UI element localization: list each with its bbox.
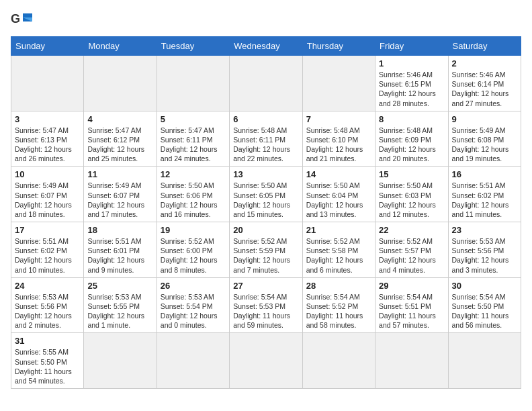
day-number: 24 [15, 281, 80, 291]
calendar-week-row: 1Sunrise: 5:46 AM Sunset: 6:15 PM Daylig… [11, 56, 521, 111]
calendar-table: SundayMondayTuesdayWednesdayThursdayFrid… [11, 36, 521, 389]
day-number: 4 [87, 114, 152, 124]
calendar-day-cell: 16Sunrise: 5:51 AM Sunset: 6:02 PM Dayli… [448, 167, 521, 222]
day-info: Sunrise: 5:51 AM Sunset: 6:02 PM Dayligh… [15, 236, 80, 275]
calendar-day-cell [375, 333, 448, 389]
weekday-header: Monday [84, 37, 157, 56]
day-info: Sunrise: 5:46 AM Sunset: 6:14 PM Dayligh… [452, 70, 517, 108]
calendar-day-cell [230, 333, 302, 389]
day-info: Sunrise: 5:52 AM Sunset: 5:57 PM Dayligh… [379, 236, 444, 275]
calendar-day-cell: 27Sunrise: 5:54 AM Sunset: 5:53 PM Dayli… [230, 277, 302, 333]
day-info: Sunrise: 5:46 AM Sunset: 6:15 PM Dayligh… [379, 70, 444, 108]
calendar-day-cell: 4Sunrise: 5:47 AM Sunset: 6:12 PM Daylig… [84, 111, 157, 167]
calendar-day-cell: 3Sunrise: 5:47 AM Sunset: 6:13 PM Daylig… [11, 111, 84, 167]
calendar-day-cell: 29Sunrise: 5:54 AM Sunset: 5:51 PM Dayli… [375, 277, 448, 333]
day-info: Sunrise: 5:48 AM Sunset: 6:09 PM Dayligh… [379, 126, 444, 164]
weekday-header: Tuesday [157, 37, 229, 56]
day-info: Sunrise: 5:51 AM Sunset: 6:01 PM Dayligh… [87, 236, 152, 275]
day-info: Sunrise: 5:50 AM Sunset: 6:04 PM Dayligh… [306, 181, 371, 219]
logo: G [11, 11, 38, 30]
day-info: Sunrise: 5:54 AM Sunset: 5:53 PM Dayligh… [233, 292, 298, 330]
day-number: 3 [15, 114, 80, 124]
calendar-day-cell: 10Sunrise: 5:49 AM Sunset: 6:07 PM Dayli… [11, 167, 84, 222]
calendar-day-cell: 7Sunrise: 5:48 AM Sunset: 6:10 PM Daylig… [302, 111, 375, 167]
calendar-day-cell [11, 56, 84, 111]
calendar-day-cell: 14Sunrise: 5:50 AM Sunset: 6:04 PM Dayli… [302, 167, 375, 222]
day-number: 8 [379, 114, 444, 124]
calendar-day-cell: 20Sunrise: 5:52 AM Sunset: 5:59 PM Dayli… [230, 222, 302, 278]
weekday-header: Wednesday [230, 37, 302, 56]
weekday-header-row: SundayMondayTuesdayWednesdayThursdayFrid… [11, 37, 521, 56]
calendar-day-cell [84, 56, 157, 111]
calendar-day-cell: 22Sunrise: 5:52 AM Sunset: 5:57 PM Dayli… [375, 222, 448, 278]
day-number: 14 [306, 169, 371, 179]
day-number: 2 [452, 58, 517, 68]
calendar-day-cell: 30Sunrise: 5:54 AM Sunset: 5:50 PM Dayli… [448, 277, 521, 333]
calendar-day-cell [157, 56, 229, 111]
day-number: 17 [15, 225, 80, 235]
day-number: 12 [161, 169, 226, 179]
calendar-week-row: 31Sunrise: 5:55 AM Sunset: 5:50 PM Dayli… [11, 333, 521, 389]
day-number: 11 [87, 169, 152, 179]
day-number: 22 [379, 225, 444, 235]
day-number: 30 [452, 281, 517, 291]
day-info: Sunrise: 5:50 AM Sunset: 6:06 PM Dayligh… [161, 181, 226, 219]
day-info: Sunrise: 5:53 AM Sunset: 5:54 PM Dayligh… [161, 292, 226, 330]
day-info: Sunrise: 5:55 AM Sunset: 5:50 PM Dayligh… [15, 347, 80, 385]
day-number: 20 [233, 225, 298, 235]
day-info: Sunrise: 5:54 AM Sunset: 5:52 PM Dayligh… [306, 292, 371, 330]
day-info: Sunrise: 5:49 AM Sunset: 6:07 PM Dayligh… [87, 181, 152, 219]
weekday-header: Friday [375, 37, 448, 56]
day-number: 7 [306, 114, 371, 124]
day-number: 18 [87, 225, 152, 235]
calendar-day-cell [157, 333, 229, 389]
calendar-week-row: 3Sunrise: 5:47 AM Sunset: 6:13 PM Daylig… [11, 111, 521, 167]
day-number: 13 [233, 169, 298, 179]
day-info: Sunrise: 5:48 AM Sunset: 6:11 PM Dayligh… [233, 126, 298, 164]
calendar-day-cell [302, 56, 375, 111]
calendar-day-cell: 21Sunrise: 5:52 AM Sunset: 5:58 PM Dayli… [302, 222, 375, 278]
calendar-day-cell: 12Sunrise: 5:50 AM Sunset: 6:06 PM Dayli… [157, 167, 229, 222]
calendar-day-cell: 23Sunrise: 5:53 AM Sunset: 5:56 PM Dayli… [448, 222, 521, 278]
day-info: Sunrise: 5:52 AM Sunset: 6:00 PM Dayligh… [161, 236, 226, 275]
day-info: Sunrise: 5:50 AM Sunset: 6:03 PM Dayligh… [379, 181, 444, 219]
calendar-day-cell: 11Sunrise: 5:49 AM Sunset: 6:07 PM Dayli… [84, 167, 157, 222]
calendar-day-cell: 17Sunrise: 5:51 AM Sunset: 6:02 PM Dayli… [11, 222, 84, 278]
day-info: Sunrise: 5:53 AM Sunset: 5:55 PM Dayligh… [87, 292, 152, 330]
logo-icon: G [11, 11, 35, 30]
day-number: 6 [233, 114, 298, 124]
day-number: 21 [306, 225, 371, 235]
calendar-day-cell: 8Sunrise: 5:48 AM Sunset: 6:09 PM Daylig… [375, 111, 448, 167]
day-info: Sunrise: 5:48 AM Sunset: 6:10 PM Dayligh… [306, 126, 371, 164]
calendar-day-cell: 15Sunrise: 5:50 AM Sunset: 6:03 PM Dayli… [375, 167, 448, 222]
calendar-day-cell [302, 333, 375, 389]
weekday-header: Sunday [11, 37, 84, 56]
calendar-day-cell [84, 333, 157, 389]
day-info: Sunrise: 5:54 AM Sunset: 5:51 PM Dayligh… [379, 292, 444, 330]
day-number: 29 [379, 281, 444, 291]
day-info: Sunrise: 5:50 AM Sunset: 6:05 PM Dayligh… [233, 181, 298, 219]
calendar-day-cell: 6Sunrise: 5:48 AM Sunset: 6:11 PM Daylig… [230, 111, 302, 167]
calendar-day-cell: 26Sunrise: 5:53 AM Sunset: 5:54 PM Dayli… [157, 277, 229, 333]
day-number: 31 [15, 336, 80, 346]
calendar-day-cell: 13Sunrise: 5:50 AM Sunset: 6:05 PM Dayli… [230, 167, 302, 222]
day-info: Sunrise: 5:47 AM Sunset: 6:13 PM Dayligh… [15, 126, 80, 164]
calendar-day-cell: 28Sunrise: 5:54 AM Sunset: 5:52 PM Dayli… [302, 277, 375, 333]
calendar-day-cell: 2Sunrise: 5:46 AM Sunset: 6:14 PM Daylig… [448, 56, 521, 111]
day-info: Sunrise: 5:47 AM Sunset: 6:11 PM Dayligh… [161, 126, 226, 164]
day-info: Sunrise: 5:52 AM Sunset: 5:59 PM Dayligh… [233, 236, 298, 275]
day-number: 25 [87, 281, 152, 291]
calendar-day-cell: 31Sunrise: 5:55 AM Sunset: 5:50 PM Dayli… [11, 333, 84, 389]
day-info: Sunrise: 5:53 AM Sunset: 5:56 PM Dayligh… [452, 236, 517, 275]
day-info: Sunrise: 5:53 AM Sunset: 5:56 PM Dayligh… [15, 292, 80, 330]
calendar-day-cell: 9Sunrise: 5:49 AM Sunset: 6:08 PM Daylig… [448, 111, 521, 167]
day-number: 10 [15, 169, 80, 179]
day-number: 19 [161, 225, 226, 235]
day-number: 1 [379, 58, 444, 68]
day-number: 16 [452, 169, 517, 179]
calendar-day-cell [230, 56, 302, 111]
page-header: G [11, 11, 521, 30]
weekday-header: Thursday [302, 37, 375, 56]
calendar-day-cell: 5Sunrise: 5:47 AM Sunset: 6:11 PM Daylig… [157, 111, 229, 167]
calendar-day-cell: 25Sunrise: 5:53 AM Sunset: 5:55 PM Dayli… [84, 277, 157, 333]
